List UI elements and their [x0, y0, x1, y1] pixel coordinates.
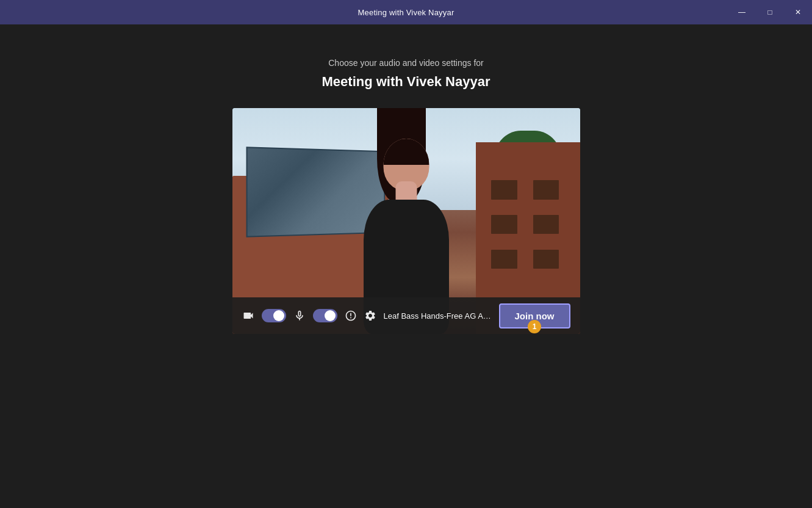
- title-bar: Meeting with Vivek Nayyar — □ ✕: [0, 0, 812, 24]
- audio-device-label: Leaf Bass Hands-Free AG Au...: [384, 311, 492, 321]
- maximize-button[interactable]: □: [756, 0, 784, 24]
- camera-icon: [242, 310, 254, 322]
- effects-icon[interactable]: [345, 310, 357, 322]
- video-preview-container: Leaf Bass Hands-Free AG Au... Join now 1: [232, 108, 580, 334]
- mic-toggle-knob: [325, 310, 336, 321]
- video-toggle-knob: [273, 310, 284, 321]
- notification-badge: 1: [528, 320, 541, 333]
- minimize-button[interactable]: —: [728, 0, 756, 24]
- join-now-wrapper: Join now 1: [499, 303, 570, 328]
- settings-icon[interactable]: [364, 310, 376, 322]
- meeting-title: Meeting with Vivek Nayyar: [322, 74, 490, 90]
- title-bar-title: Meeting with Vivek Nayyar: [358, 8, 455, 17]
- close-button[interactable]: ✕: [784, 0, 812, 24]
- video-toggle[interactable]: [262, 309, 286, 322]
- controls-bar: Leaf Bass Hands-Free AG Au... Join now 1: [232, 297, 580, 334]
- main-content: Choose your audio and video settings for…: [0, 24, 812, 508]
- mic-icon: [293, 310, 306, 322]
- subtitle-text: Choose your audio and video settings for: [328, 58, 484, 68]
- mic-toggle[interactable]: [313, 309, 337, 322]
- title-bar-controls: — □ ✕: [728, 0, 812, 24]
